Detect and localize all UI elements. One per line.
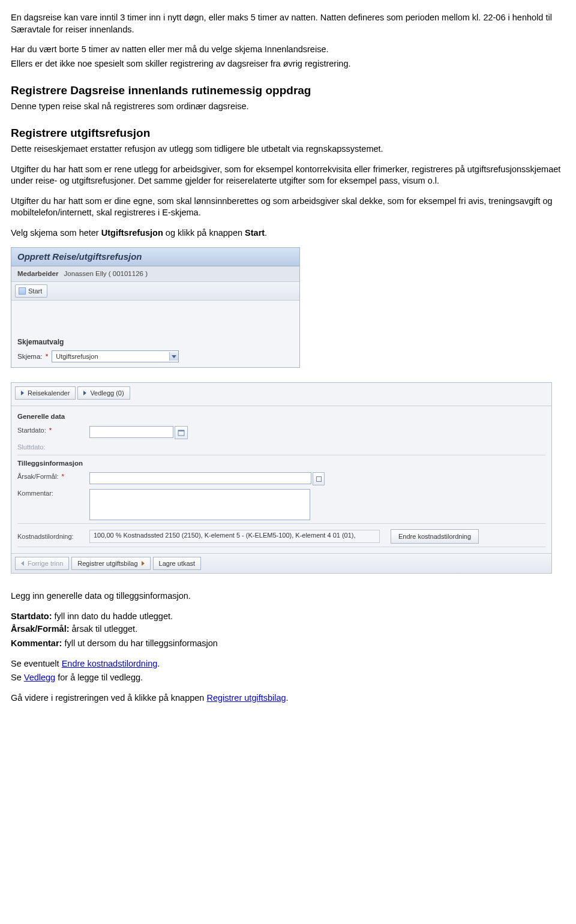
cost-assignment-label: Kostnadstilordning: xyxy=(17,532,89,541)
chevron-right-icon xyxy=(21,391,24,395)
reason-label-text: Årsak/Formål: xyxy=(17,473,58,480)
register-receipt-link[interactable]: Registrer utgiftsbilag xyxy=(206,693,286,703)
p4-e: . xyxy=(265,228,267,238)
create-travel-panel: Opprett Reise/utgiftsrefusjon Medarbeide… xyxy=(11,247,300,368)
schema-select[interactable]: Utgiftsrefusjon xyxy=(52,350,179,362)
previous-step-button[interactable]: Forrige trinn xyxy=(15,557,69,570)
outro-l1a: Startdato: xyxy=(11,611,52,621)
outro-l1b: fyll inn dato du hadde utlegget. xyxy=(52,611,173,621)
start-button[interactable]: Start xyxy=(15,284,47,298)
attachments-link[interactable]: Vedlegg xyxy=(24,673,55,682)
intro-p3: Ellers er det ikke noe spesielt som skil… xyxy=(11,58,565,70)
employee-row: Medarbeider Jonassen Elly ( 00101126 ) xyxy=(11,266,299,283)
section2-p1: Dette reiseskjemaet erstatter refusjon a… xyxy=(11,143,565,155)
svg-rect-1 xyxy=(178,430,184,431)
outro-p2c: . xyxy=(157,659,160,668)
required-star: * xyxy=(62,473,64,480)
form-bottom-bar: Forrige trinn Registrer utgiftsbilag Lag… xyxy=(11,553,551,573)
p4-d: Start xyxy=(245,228,265,238)
panel-spacer xyxy=(11,301,299,334)
comment-textarea[interactable] xyxy=(89,489,310,520)
enddate-label: Sluttdato: xyxy=(17,443,89,452)
outro-p2: Se eventuelt Endre kostnadstilordning. xyxy=(11,658,565,670)
outro-p1: Legg inn generelle data og tilleggsinfor… xyxy=(11,590,565,602)
datepicker-button[interactable] xyxy=(175,426,188,439)
calendar-icon xyxy=(178,429,185,436)
schema-label-text: Skjema: xyxy=(17,353,43,360)
expense-form-panel: Reisekalender Vedlegg (0) Generelle data… xyxy=(11,382,552,574)
dropdown-icon xyxy=(169,352,178,361)
panel-header: Opprett Reise/utgiftsrefusjon xyxy=(11,248,299,266)
attachments-label: Vedlegg (0) xyxy=(90,389,124,398)
travel-calendar-button[interactable]: Reisekalender xyxy=(15,386,76,400)
comment-row: Kommentar: xyxy=(17,487,545,522)
required-star: * xyxy=(49,427,52,434)
chevron-right-icon xyxy=(83,391,86,395)
start-icon xyxy=(19,287,26,295)
p4-a: Velg skjema som heter xyxy=(11,228,101,238)
outro-p3: Se Vedlegg for å legge til vedlegg. xyxy=(11,672,565,684)
section2-title: Registrere utgiftsrefusjon xyxy=(11,125,565,141)
attachments-button[interactable]: Vedlegg (0) xyxy=(77,386,130,400)
outro-p2a: Se eventuelt xyxy=(11,659,62,668)
divider xyxy=(17,547,545,547)
previous-step-label: Forrige trinn xyxy=(28,559,63,568)
p4-b: Utgiftsrefusjon xyxy=(101,228,163,238)
panel-title: Opprett Reise/utgiftsrefusjon xyxy=(11,248,299,265)
outro-l2a: Årsak/Formål: xyxy=(11,624,70,634)
register-receipt-label: Registrer utgiftsbilag xyxy=(77,559,137,568)
startdate-row: Startdato: * xyxy=(17,424,545,441)
startdate-input[interactable] xyxy=(89,426,173,438)
employee-label: Medarbeider xyxy=(17,270,58,277)
section1-sub: Denne typen reise skal nå registreres so… xyxy=(11,101,565,113)
intro-p1: En dagsreise kan vare inntil 3 timer inn… xyxy=(11,12,565,35)
schema-section-title: Skjemautvalg xyxy=(11,334,299,348)
additional-info-title: Tilleggsinformasjon xyxy=(17,459,545,469)
chevron-right-icon xyxy=(142,561,145,566)
schema-select-value: Utgiftsrefusjon xyxy=(56,352,98,361)
cost-assignment-row: Kostnadstilordning: 100,00 % Kostnadsste… xyxy=(17,527,545,545)
outro-line1: Startdato: fyll inn dato du hadde utlegg… xyxy=(11,611,565,623)
p4-c: og klikk på knappen xyxy=(163,228,245,238)
comment-label: Kommentar: xyxy=(17,489,89,498)
reason-input[interactable] xyxy=(89,472,311,484)
outro-line3: Kommentar: fyll ut dersom du har tillegg… xyxy=(11,638,565,650)
form-top-buttons: Reisekalender Vedlegg (0) xyxy=(11,383,551,406)
change-cost-link[interactable]: Endre kostnadstilordning xyxy=(62,659,158,668)
section2-p2: Utgifter du har hatt som er rene utlegg … xyxy=(11,164,565,187)
outro-p4c: . xyxy=(286,693,289,703)
section1-title: Registrere Dagsreise innenlands rutineme… xyxy=(11,83,565,98)
divider xyxy=(17,523,545,524)
travel-calendar-label: Reisekalender xyxy=(28,389,70,398)
required-star: * xyxy=(46,353,48,360)
intro-p2: Har du vært borte 5 timer av natten elle… xyxy=(11,44,565,56)
outro-p3a: Se xyxy=(11,673,24,682)
change-cost-assignment-button[interactable]: Endre kostnadstilordning xyxy=(391,529,479,544)
outro-p3c: for å legge til vedlegg. xyxy=(55,673,143,682)
outro-line2: Årsak/Formål: årsak til utlegget. xyxy=(11,623,565,635)
value-help-button[interactable] xyxy=(313,472,325,485)
outro-p4a: Gå videre i registreringen ved å klikke … xyxy=(11,693,206,703)
employee-value: Jonassen Elly ( 00101126 ) xyxy=(64,270,148,277)
divider xyxy=(17,455,545,455)
section2-p3: Utgifter du har hatt som er dine egne, s… xyxy=(11,196,565,219)
panel-toolbar: Start xyxy=(11,282,299,301)
outro-l3a: Kommentar: xyxy=(11,638,62,648)
schema-row: Skjema: * Utgiftsrefusjon xyxy=(11,348,299,367)
register-receipt-button[interactable]: Registrer utgiftsbilag xyxy=(71,557,150,570)
startdate-label: Startdato: * xyxy=(17,426,89,435)
cost-assignment-value: 100,00 % Kostnadssted 2150 (2150), K-ele… xyxy=(89,530,380,543)
start-button-label: Start xyxy=(28,287,42,296)
enddate-row: Sluttdato: xyxy=(17,441,545,454)
general-data-section: Generelle data Startdato: * Sluttdato: T… xyxy=(11,406,551,553)
outro-l3b: fyll ut dersom du har tilleggsinformasjo… xyxy=(62,638,218,648)
startdate-label-text: Startdato: xyxy=(17,427,46,434)
reason-label: Årsak/Formål: * xyxy=(17,472,89,481)
save-draft-button[interactable]: Lagre utkast xyxy=(153,557,202,570)
outro-p4: Gå videre i registreringen ved å klikke … xyxy=(11,692,565,704)
schema-label: Skjema: * xyxy=(17,352,48,362)
outro-l2b: årsak til utlegget. xyxy=(70,624,138,634)
general-data-title: Generelle data xyxy=(17,412,545,422)
section2-p4: Velg skjema som heter Utgiftsrefusjon og… xyxy=(11,227,565,239)
chevron-left-icon xyxy=(21,561,24,566)
